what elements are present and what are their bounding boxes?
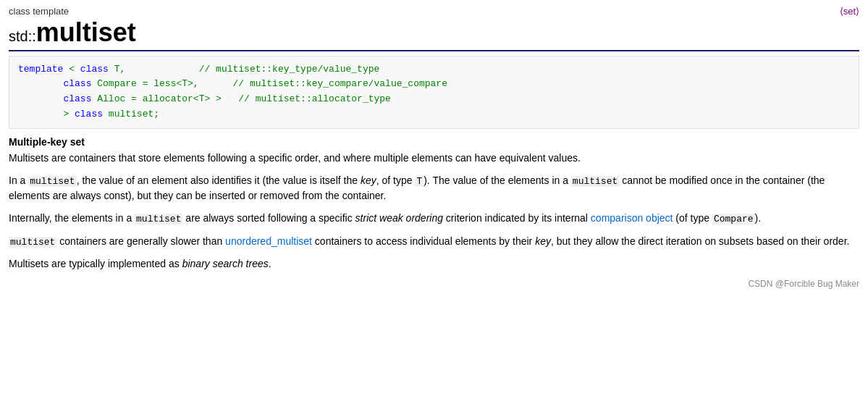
p4-italic: key (535, 235, 551, 247)
p3-code1: multiset (135, 214, 182, 224)
code-keyword-class1: class (80, 64, 109, 75)
p4-link[interactable]: unordered_multiset (225, 235, 312, 247)
paragraph-4: multiset containers are generally slower… (9, 234, 859, 250)
std-prefix: std:: (9, 28, 36, 44)
p4-code1: multiset (9, 237, 56, 248)
p3-end: ). (755, 212, 762, 224)
code-keyword-class4: class (75, 109, 103, 119)
p3-code2: Compare (712, 214, 755, 224)
p3-before: Internally, the elements in a (9, 212, 135, 224)
p3-italic: strict weak ordering (355, 212, 443, 224)
class-title: std::multiset (9, 18, 136, 47)
class-label: class template (9, 6, 136, 17)
code-comment-1: // multiset::key_type/value_type (199, 64, 380, 75)
p2-code1: multiset (28, 176, 76, 187)
paragraph-1: Multisets are containers that store elem… (9, 151, 859, 166)
p2-before-code1: In a (9, 175, 28, 186)
page-container: class template std::multiset ⟨set⟩ templ… (9, 6, 859, 289)
p4-after-link: containers to access individual elements… (312, 235, 535, 247)
code-keyword-class3: class (63, 93, 91, 104)
code-keyword-class2: class (63, 78, 91, 89)
paragraph-5: Multisets are typically implemented as b… (9, 256, 859, 272)
p5-before: Multisets are typically implemented as (9, 258, 182, 269)
paragraph-2: In a multiset, the value of an element a… (9, 173, 859, 204)
code-comment-2: // multiset::key_compare/value_compare (232, 78, 447, 89)
p2-code3: multiset (571, 176, 619, 187)
p4-middle: containers are generally slower than (56, 235, 225, 247)
header-section: class template std::multiset ⟨set⟩ (9, 6, 859, 47)
header-divider (9, 50, 859, 51)
p2-after-italic1: , of type (376, 175, 416, 186)
code-block: template < class T, // multiset::key_typ… (9, 56, 859, 129)
p5-italic: binary search trees (182, 258, 269, 269)
footer-credit: CSDN @Forcible Bug Maker (9, 279, 859, 289)
p5-end: . (269, 258, 271, 269)
p2-code2: T (415, 176, 424, 187)
p2-after-code2: ). The value of the elements in a (424, 175, 571, 186)
p2-italic1: key (361, 175, 376, 186)
p2-after-code1: , the value of an element also identifie… (77, 175, 361, 186)
paragraph-3: Internally, the elements in a multiset a… (9, 211, 859, 227)
p3-middle: are always sorted following a specific (182, 212, 355, 224)
code-keyword-template: template (18, 64, 63, 75)
title-group: class template std::multiset (9, 6, 136, 47)
p3-after-italic: criterion indicated by its internal (443, 212, 591, 224)
p3-link[interactable]: comparison object (591, 212, 673, 224)
p3-after-link: (of type (673, 212, 712, 224)
section-title: Multiple-key set (9, 136, 859, 148)
p4-end: , but they allow the direct iteration on… (551, 235, 849, 247)
code-comment-3: // multiset::allocator_type (238, 93, 391, 104)
p1-text: Multisets are containers that store elem… (9, 152, 581, 164)
set-link[interactable]: ⟨set⟩ (840, 6, 859, 17)
title-main: multiset (36, 17, 136, 47)
